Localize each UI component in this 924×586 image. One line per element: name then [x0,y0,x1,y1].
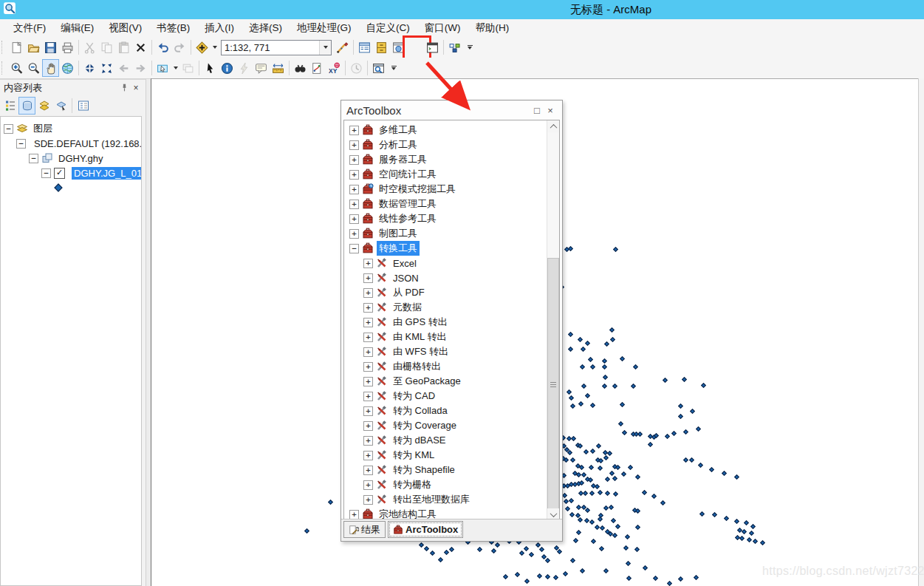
scroll-up-icon[interactable] [547,120,559,132]
toolbox-item-label[interactable]: 转为 Shapefile [391,463,457,477]
modelbuilder-button[interactable] [446,38,463,56]
toc-tree-row[interactable]: −DGHY.ghy [1,151,141,166]
toolbox-tree-row[interactable]: +JSON [346,270,547,285]
expander-icon[interactable]: + [363,318,373,327]
toolbox-tree-row[interactable]: +转为 KML [346,448,547,463]
expander-icon[interactable]: + [349,200,359,209]
python-window-button[interactable] [424,38,441,56]
toolbox-tree-row[interactable]: +分析工具 [346,137,547,152]
select-elements-button[interactable] [202,59,219,77]
map-scrollbar[interactable] [918,78,924,586]
toolbox-item-label[interactable]: 由 WFS 转出 [391,344,451,359]
toolbox-item-label[interactable]: 制图工具 [377,226,420,241]
toolbox-tree-row[interactable]: +转为 CAD [346,389,547,403]
menu-item-2[interactable]: 编辑(E) [53,19,101,37]
toolbox-item-label[interactable]: 转为 Collada [391,403,450,418]
toolbox-tree-row[interactable]: +制图工具 [346,226,547,241]
toolbox-tree-row[interactable]: +线性参考工具 [346,211,547,226]
menu-item-8[interactable]: 自定义(C) [359,19,417,37]
toolbox-item-label[interactable]: 转出至地理数据库 [391,492,472,507]
list-by-drawing-order-button[interactable] [1,97,18,115]
toolbox-item-label[interactable]: 转换工具 [377,241,420,256]
toc-tree-row[interactable]: −SDE.DEFAULT (192.168. [1,136,141,151]
toolbox-item-label[interactable]: 分析工具 [377,137,420,152]
toolbox-item-label[interactable]: 转为 KML [391,448,437,463]
toolbox-item-label[interactable]: 转为 dBASE [391,433,448,448]
find-button[interactable] [292,59,309,77]
arctoolbox-titlebar[interactable]: ArcToolbox □ × [341,100,562,120]
toolbox-item-label[interactable]: 转为栅格 [391,477,434,492]
viewer-window-button[interactable] [370,59,387,77]
zoom-out-button[interactable] [25,59,42,77]
scale-combo[interactable]: 1:132, 771 [221,40,332,55]
toolbox-item-label[interactable]: 由 KML 转出 [391,330,448,344]
toolbox-tree-row[interactable]: +至 GeoPackage [346,374,547,389]
expander-icon[interactable]: + [349,229,359,239]
toolbox-item-label[interactable]: 数据管理工具 [377,197,439,211]
toolbox-item-label[interactable]: JSON [391,272,421,285]
toolbox-tree-row[interactable]: +由 KML 转出 [346,330,547,344]
expander-icon[interactable]: + [363,436,373,446]
arctoolbox-button[interactable] [407,38,424,56]
menu-item-1[interactable]: 文件(F) [6,19,53,37]
toolbox-tree-row[interactable]: +转出至地理数据库 [346,492,547,507]
toolbox-item-label[interactable]: 空间统计工具 [377,167,439,182]
menu-item-7[interactable]: 地理处理(G) [290,19,359,37]
toolbar-grip[interactable] [1,61,6,75]
menu-item-5[interactable]: 插入(I) [197,19,242,37]
toolbox-tree-row[interactable]: +时空模式挖掘工具 [346,182,547,197]
expander-icon[interactable]: + [363,480,373,490]
list-by-source-button[interactable] [18,97,35,115]
toolbar-overflow-icon[interactable] [389,60,399,76]
toc-options-button[interactable] [75,97,92,115]
full-extent-button[interactable] [59,59,76,77]
fixed-zoom-in-button[interactable] [81,59,98,77]
maximize-icon[interactable]: □ [530,103,544,117]
expander-icon[interactable]: − [349,244,359,253]
toolbox-tree-row[interactable]: +Excel [346,256,547,270]
undo-button[interactable] [154,38,171,56]
scrollbar-thumb[interactable] [547,258,559,511]
layer-label[interactable]: 图层 [31,121,55,136]
toolbox-tree-row[interactable]: +转为 Shapefile [346,463,547,477]
expander-icon[interactable]: − [41,168,51,178]
expander-icon[interactable]: + [363,347,373,357]
expander-icon[interactable]: + [363,377,373,386]
toolbox-tree-row[interactable]: +空间统计工具 [346,167,547,182]
list-by-visibility-button[interactable] [35,97,52,115]
menu-item-3[interactable]: 视图(V) [101,19,149,37]
search-window-button[interactable] [390,38,407,56]
toolbar-grip[interactable] [1,41,6,54]
toolbox-tree-row[interactable]: +转为 dBASE [346,433,547,448]
toolbox-tree-row[interactable]: −转换工具 [346,241,547,256]
arctoolbox-scrollbar[interactable] [547,120,559,520]
expander-icon[interactable]: + [363,421,373,431]
delete-button[interactable] [132,38,149,56]
expander-icon[interactable]: + [349,185,359,194]
expander-icon[interactable]: + [349,155,359,165]
expander-icon[interactable]: + [349,140,359,150]
expander-icon[interactable]: + [363,333,373,342]
expander-icon[interactable]: + [363,362,373,372]
toolbox-tree-row[interactable]: +数据管理工具 [346,197,547,211]
toolbox-tree-row[interactable]: +多维工具 [346,123,547,137]
chevron-down-icon[interactable] [319,41,331,55]
find-route-button[interactable] [309,59,326,77]
zoom-in-button[interactable] [8,59,25,77]
toolbox-tree-row[interactable]: +转为栅格 [346,477,547,492]
toc-tree-row[interactable] [1,180,141,195]
catalog-window-button[interactable] [373,38,390,56]
close-icon[interactable]: × [544,103,557,117]
toc-window-button[interactable] [356,38,373,56]
expander-icon[interactable]: + [363,392,373,401]
toolbox-item-label[interactable]: 服务器工具 [377,152,429,167]
toolbox-item-label[interactable]: 线性参考工具 [377,211,439,226]
pin-icon[interactable] [118,82,130,94]
toc-tree-row[interactable]: −图层 [1,121,141,136]
toc-tree-row[interactable]: −✓DGHY.JG_L_0100 [1,166,141,180]
measure-button[interactable] [270,59,287,77]
expander-icon[interactable]: + [363,495,373,505]
toolbox-item-label[interactable]: 从 PDF [391,285,427,300]
tab-results[interactable]: 结果 [343,521,386,538]
expander-icon[interactable]: + [349,126,359,135]
